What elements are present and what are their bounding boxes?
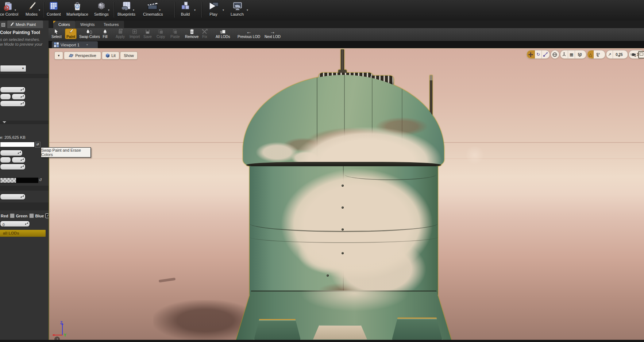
tab-weights[interactable]: Weights <box>75 21 100 28</box>
rotation-snap-toggle-button[interactable]: △ <box>587 50 594 58</box>
paint-tool[interactable]: Paint <box>65 29 76 39</box>
scale-tool-button[interactable] <box>542 50 549 58</box>
remove-label: Remove <box>185 35 198 39</box>
source-control-button[interactable]: ce Control ▾ <box>0 1 18 16</box>
lod-index-spinner[interactable]: 0 <box>0 221 30 227</box>
rotate-tool-button[interactable]: ↻ <box>535 50 542 58</box>
scale-snap-icon: ↗ <box>608 52 611 57</box>
coordinate-system-group <box>551 50 559 59</box>
viewport-options-dropdown[interactable]: ▼ <box>54 52 63 60</box>
build-button[interactable]: Build ▾ <box>180 1 191 16</box>
swap-colors-label: Swap Colors <box>79 35 100 39</box>
color-gradient-bar[interactable] <box>0 178 38 183</box>
marketplace-button[interactable]: u Marketplace <box>66 1 88 16</box>
gizmo-y-label: Y <box>64 333 66 337</box>
fill-tool[interactable]: Fill <box>102 29 108 39</box>
tab-weights-label: Weights <box>80 22 95 27</box>
launch-button[interactable]: Launch ▾ <box>231 1 244 16</box>
channel-blue-label: Blue <box>35 214 44 218</box>
channel-spinner-c[interactable] <box>0 164 26 170</box>
tab-textures[interactable]: Textures <box>99 21 124 28</box>
globe-icon <box>552 52 557 57</box>
brush-radius-spinner[interactable] <box>0 87 26 93</box>
play-caret[interactable]: ▾ <box>223 8 224 12</box>
paint-mode-dropdown[interactable]: ▼ <box>0 65 26 72</box>
show-button[interactable]: Show <box>120 52 138 60</box>
tab-colors[interactable]: Colors <box>53 21 75 28</box>
brush-strength-spinner[interactable] <box>0 94 11 100</box>
spinner-grip-icon <box>21 158 24 161</box>
select-tool[interactable]: Select <box>51 29 62 39</box>
panel-heading: Color Painting Tool <box>0 30 49 35</box>
hull-seam-curve <box>250 215 438 232</box>
brush-falloff-spinner[interactable] <box>0 100 26 107</box>
swap-colors-icon <box>86 29 93 34</box>
paste-icon <box>172 29 178 34</box>
lit-button[interactable]: Lit <box>102 52 119 60</box>
fix-icon <box>202 29 208 34</box>
unreal-editor-window: ce Control ▾ Modes ▾ Content u Marketpla… <box>0 0 644 342</box>
3d-viewport[interactable]: ▼ Perspective Lit Show ↻ <box>49 48 644 340</box>
launch-caret[interactable]: ▾ <box>247 8 248 12</box>
viewport-1-tab[interactable]: Viewport 1 ▾ <box>52 41 98 48</box>
scale-snap-toggle-button[interactable]: ↗ <box>606 50 613 58</box>
rotation-snap-value-button[interactable]: 5° <box>594 50 602 58</box>
rotation-snap-value: 5° <box>595 53 601 57</box>
move-tool-button[interactable] <box>527 50 535 58</box>
window-bottom-edge <box>0 340 644 342</box>
swap-paint-erase-button[interactable]: ⇄ <box>35 142 41 148</box>
cinematics-button[interactable]: Cinematics ▾ <box>143 1 163 16</box>
collapsed-section[interactable] <box>0 121 49 124</box>
all-lods-warning-button[interactable]: all LODs <box>0 230 46 237</box>
blueprints-caret[interactable]: ▾ <box>133 8 134 12</box>
hidden-panel-tab[interactable] <box>0 21 6 28</box>
all-lods-tool[interactable]: All LODs <box>216 29 230 39</box>
import-tool: Import <box>130 29 140 39</box>
spinner-grip-icon <box>21 88 24 91</box>
grid-snap-value-button[interactable]: 50 <box>575 50 584 58</box>
settings-button[interactable]: Settings ▾ <box>94 1 109 16</box>
collapse-triangle-icon[interactable] <box>3 121 6 125</box>
channel-red-checkbox[interactable] <box>10 213 15 218</box>
flow-spinner[interactable] <box>0 194 26 200</box>
mesh-paint-tab[interactable]: Mesh Paint <box>7 20 43 28</box>
grid-snap-toggle-button[interactable]: ▦ <box>568 50 575 58</box>
scale-snap-value-button[interactable]: 0,25 <box>613 50 625 58</box>
source-control-caret[interactable]: ▾ <box>15 8 16 12</box>
previous-lod-tool[interactable]: ← Previous LOD <box>238 29 260 39</box>
channel-spinner-b[interactable] <box>12 157 26 163</box>
blueprints-button[interactable]: Blueprints ▾ <box>117 1 135 16</box>
build-caret[interactable]: ▾ <box>194 8 196 12</box>
next-lod-tool[interactable]: → Next LOD <box>265 29 281 39</box>
erase-color-spinner[interactable] <box>0 150 23 156</box>
section-divider <box>0 202 49 210</box>
world-local-toggle-button[interactable] <box>551 50 559 58</box>
channel-green-checkbox[interactable] <box>29 213 34 218</box>
remove-tool[interactable]: Remove <box>185 29 198 39</box>
next-lod-icon: → <box>270 29 275 34</box>
selected-mesh-boba-fett-ship[interactable] <box>49 49 644 340</box>
paint-color-input[interactable] <box>0 142 35 147</box>
reset-color-icon[interactable]: ↺ <box>39 178 42 182</box>
settings-caret[interactable]: ▾ <box>108 8 109 12</box>
play-button[interactable]: Play ▾ <box>207 1 220 16</box>
perspective-button[interactable]: Perspective <box>64 52 101 60</box>
lit-label: Lit <box>111 53 116 58</box>
copy-tool: Copy <box>157 29 165 39</box>
all-lods-label: All LODs <box>216 35 230 39</box>
modes-caret[interactable]: ▾ <box>39 8 40 12</box>
maximize-viewport-button[interactable] <box>638 51 644 58</box>
modes-label: Modes <box>26 12 38 16</box>
source-control-icon <box>3 1 15 11</box>
cinematics-caret[interactable]: ▾ <box>159 8 161 12</box>
swap-colors-tool[interactable]: Swap Colors <box>79 29 100 39</box>
settings-icon <box>96 1 107 11</box>
marketplace-icon: u <box>72 1 83 11</box>
channel-spinner-a[interactable] <box>0 157 11 163</box>
spinner-grip-icon <box>18 151 21 154</box>
brush-strength-spinner-2[interactable] <box>12 94 26 100</box>
fix-label: Fix <box>202 35 207 39</box>
content-button[interactable]: Content <box>47 1 61 16</box>
surface-snap-button[interactable] <box>560 50 568 58</box>
modes-button[interactable]: Modes ▾ <box>26 1 38 16</box>
